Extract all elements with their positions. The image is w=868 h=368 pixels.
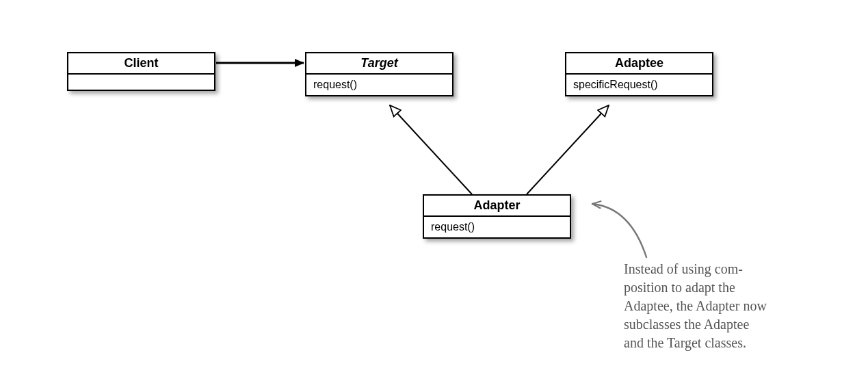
inherit-adapter-to-adaptee	[527, 105, 609, 194]
uml-class-client: Client	[67, 52, 215, 91]
uml-class-body: request()	[306, 75, 452, 95]
uml-class-body	[68, 75, 214, 90]
annotation-text: Instead of using com- position to adapt …	[624, 260, 850, 352]
uml-class-body: request()	[424, 217, 570, 237]
uml-class-title: Adapter	[424, 196, 570, 217]
uml-class-adaptee: Adaptee specificRequest()	[565, 52, 713, 96]
uml-class-title: Adaptee	[566, 53, 712, 75]
uml-class-title: Target	[306, 53, 452, 75]
uml-class-body: specificRequest()	[566, 75, 712, 95]
inherit-adapter-to-target	[390, 105, 472, 194]
annotation-arrow	[592, 204, 646, 257]
uml-class-target: Target request()	[305, 52, 453, 96]
uml-class-adapter: Adapter request()	[423, 194, 571, 239]
uml-class-title: Client	[68, 53, 214, 75]
